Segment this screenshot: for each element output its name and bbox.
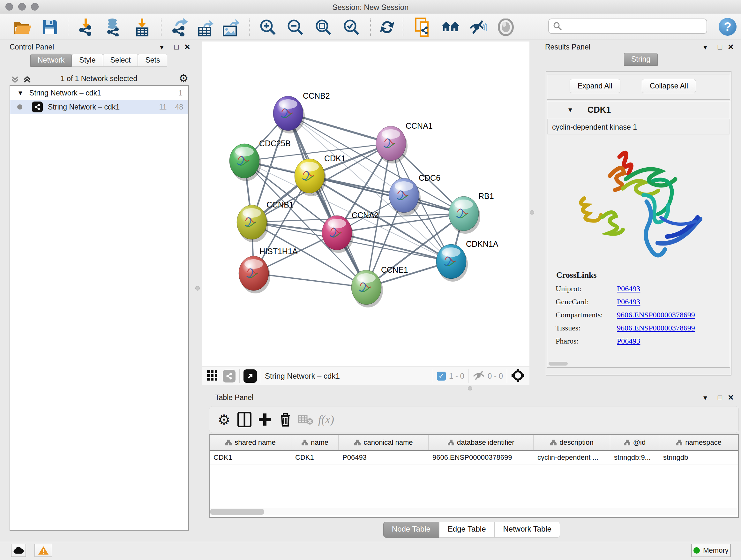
crosslink-link[interactable]: 9606.ENSP00000378699 bbox=[617, 324, 695, 332]
node-CCNA1[interactable]: CCNA1 bbox=[376, 121, 433, 164]
expand-all-trees-icon[interactable] bbox=[23, 75, 31, 85]
network-row[interactable]: String Network – cdk1 11 48 bbox=[10, 100, 188, 114]
import-network-file-icon[interactable] bbox=[77, 18, 95, 37]
bar-separator bbox=[433, 369, 433, 383]
column-header-sharedname[interactable]: shared name bbox=[210, 435, 291, 450]
left-splitter-handle[interactable] bbox=[195, 286, 200, 291]
network-collection-row[interactable]: ▼ String Network – cdk1 1 bbox=[10, 86, 188, 100]
birdseye-toggle-icon[interactable] bbox=[511, 368, 525, 384]
column-header-id[interactable]: @id bbox=[610, 435, 659, 450]
node-CDC6[interactable]: CDC6 bbox=[389, 173, 441, 215]
column-header-databaseidentifier[interactable]: database identifier bbox=[428, 435, 534, 450]
memory-button[interactable]: Memory bbox=[691, 544, 731, 557]
hide-details-icon[interactable] bbox=[468, 18, 487, 37]
open-in-window-icon[interactable] bbox=[244, 369, 257, 383]
network-canvas-svg: CCNB2CCNA1CDC25BCDK1CDC6RB1CCNB1CCNA2CDK… bbox=[202, 42, 529, 367]
node-RB1[interactable]: RB1 bbox=[449, 192, 494, 234]
warning-status-button[interactable] bbox=[35, 544, 52, 557]
toolbar-separator bbox=[370, 18, 371, 36]
tab-sets[interactable]: Sets bbox=[138, 54, 167, 67]
export-table-icon[interactable] bbox=[195, 18, 214, 37]
birdseye-icon[interactable] bbox=[496, 18, 515, 37]
add-column-icon[interactable] bbox=[255, 410, 275, 429]
control-panel-collapse-icon[interactable]: ▼ bbox=[156, 44, 167, 51]
help-icon[interactable]: ? bbox=[719, 18, 737, 36]
edge-CCNB2-CCNE1[interactable] bbox=[288, 113, 366, 287]
zoom-selected-icon[interactable] bbox=[342, 18, 360, 37]
tab-network-table[interactable]: Network Table bbox=[495, 522, 560, 538]
table-panel-float-icon[interactable]: □ bbox=[715, 393, 725, 402]
control-panel-float-icon[interactable]: □ bbox=[171, 43, 182, 51]
collection-count: 1 bbox=[179, 89, 183, 98]
zoom-out-icon[interactable] bbox=[286, 18, 305, 37]
crosslink-link[interactable]: 9606.ENSP00000378699 bbox=[617, 311, 695, 319]
expand-all-button[interactable]: Expand All bbox=[569, 79, 620, 93]
import-table-icon[interactable] bbox=[133, 18, 151, 37]
control-panel-close-icon[interactable]: ✕ bbox=[182, 43, 193, 51]
neighbors-houses-icon[interactable] bbox=[441, 18, 460, 37]
network-canvas[interactable]: CCNB2CCNA1CDC25BCDK1CDC6RB1CCNB1CCNA2CDK… bbox=[202, 42, 529, 367]
table-hscrollbar-thumb[interactable] bbox=[210, 509, 264, 515]
column-header-description[interactable]: description bbox=[534, 435, 610, 450]
collection-expander-icon[interactable]: ▼ bbox=[17, 89, 23, 97]
delete-column-icon[interactable] bbox=[275, 410, 295, 429]
column-header-canonicalname[interactable]: canonical name bbox=[339, 435, 428, 450]
tab-edge-table[interactable]: Edge Table bbox=[439, 522, 495, 538]
node-CCNA2[interactable]: CCNA2 bbox=[322, 211, 379, 253]
gene-expander-icon[interactable]: ▼ bbox=[567, 106, 574, 114]
refresh-icon[interactable] bbox=[378, 18, 396, 37]
collapse-all-button[interactable]: Collapse All bbox=[642, 79, 696, 93]
table-hscrollbar[interactable] bbox=[210, 508, 737, 515]
show-columns-icon[interactable] bbox=[234, 410, 255, 429]
gene-card-header[interactable]: ▼ CDK1 bbox=[547, 101, 730, 119]
node-HIST1H1A[interactable]: HIST1H1A bbox=[239, 247, 298, 294]
node-CDKN1A[interactable]: CDKN1A bbox=[436, 240, 498, 282]
tab-string[interactable]: String bbox=[624, 53, 658, 66]
column-header-name[interactable]: name bbox=[291, 435, 339, 450]
network-options-gear-icon[interactable]: ⚙ bbox=[179, 72, 188, 84]
tab-style[interactable]: Style bbox=[72, 54, 103, 67]
table-row[interactable]: CDK1CDK1P064939606.ENSP00000378699cyclin… bbox=[210, 451, 738, 465]
node-CDC25B[interactable]: CDC25B bbox=[229, 139, 291, 181]
clipboard-network-icon[interactable] bbox=[414, 18, 432, 37]
tab-network[interactable]: Network bbox=[30, 54, 72, 67]
column-header-namespace[interactable]: namespace bbox=[659, 435, 738, 450]
tab-select[interactable]: Select bbox=[103, 54, 138, 67]
table-cell: stringdb bbox=[659, 451, 738, 464]
share-view-icon[interactable] bbox=[223, 370, 235, 382]
node-CCNB2[interactable]: CCNB2 bbox=[273, 91, 330, 133]
crosslink-link[interactable]: P06493 bbox=[617, 298, 640, 306]
table-panel-close-icon[interactable]: ✕ bbox=[725, 393, 736, 402]
zoom-fit-icon[interactable] bbox=[314, 18, 333, 37]
cloud-status-button[interactable] bbox=[11, 544, 26, 557]
export-network-icon[interactable] bbox=[171, 18, 189, 37]
results-panel-close-icon[interactable]: ✕ bbox=[725, 43, 736, 51]
network-label: String Network – cdk1 bbox=[48, 103, 120, 111]
crosslink-link[interactable]: P06493 bbox=[617, 337, 640, 346]
edge-HIST1H1A-CCNE1[interactable] bbox=[254, 273, 366, 287]
edge-CDK1-RB1[interactable] bbox=[310, 176, 464, 213]
table-panel-collapse-icon[interactable]: ▼ bbox=[700, 394, 711, 401]
node-CDK1[interactable]: CDK1 bbox=[294, 154, 346, 196]
right-splitter-handle[interactable] bbox=[530, 210, 534, 214]
tab-node-table[interactable]: Node Table bbox=[383, 522, 439, 538]
results-panel-collapse-icon[interactable]: ▼ bbox=[700, 44, 711, 51]
crosslink-link[interactable]: P06493 bbox=[617, 285, 640, 293]
import-network-database-icon[interactable] bbox=[104, 18, 123, 37]
table-cell: 9606.ENSP00000378699 bbox=[428, 451, 534, 464]
node-CCNE1[interactable]: CCNE1 bbox=[351, 265, 408, 307]
selected-checkbox-icon[interactable]: ✓ bbox=[437, 372, 446, 381]
collapse-all-trees-icon[interactable] bbox=[11, 75, 19, 85]
zoom-in-icon[interactable] bbox=[259, 18, 277, 37]
save-session-icon[interactable] bbox=[41, 18, 59, 37]
results-panel-float-icon[interactable]: □ bbox=[715, 43, 725, 51]
crosslink-row: GeneCard:P06493 bbox=[547, 298, 730, 306]
export-image-icon[interactable] bbox=[221, 18, 239, 37]
results-hscrollbar-thumb[interactable] bbox=[549, 362, 568, 366]
search-input[interactable] bbox=[562, 22, 696, 30]
open-session-icon[interactable] bbox=[13, 18, 32, 37]
table-options-gear-icon[interactable]: ⚙ bbox=[214, 410, 234, 429]
bottom-splitter-handle[interactable] bbox=[468, 386, 472, 390]
node-label-HIST1H1A: HIST1H1A bbox=[259, 247, 298, 256]
grid-view-icon[interactable] bbox=[207, 370, 218, 382]
